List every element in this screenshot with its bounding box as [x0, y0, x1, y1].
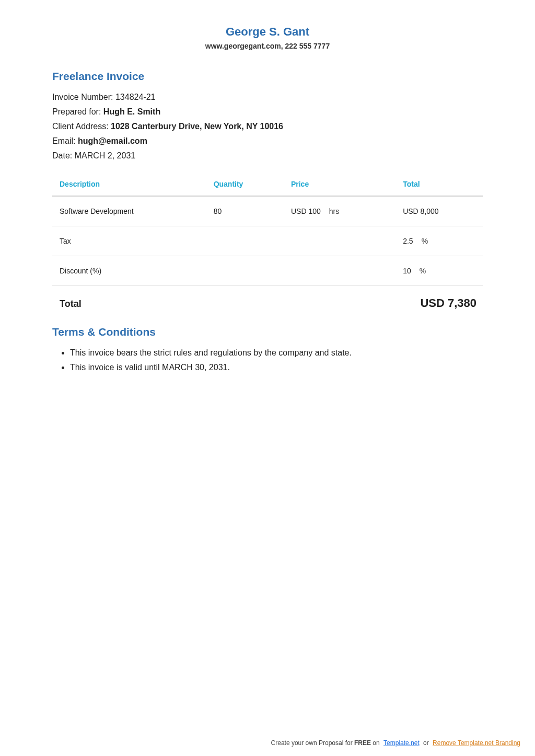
terms-section: Terms & Conditions This invoice bears th…: [52, 326, 483, 375]
client-email-line: Email: hugh@email.com: [52, 134, 483, 148]
author-contact: www.georgegant.com, 222 555 7777: [52, 42, 483, 50]
prepared-for-value: Hugh E. Smith: [103, 107, 160, 116]
invoice-info: Invoice Number: 134824-21 Prepared for: …: [52, 90, 483, 163]
terms-item: This invoice bears the strict rules and …: [70, 346, 483, 360]
prepared-for-label: Prepared for:: [52, 107, 103, 116]
client-address-label: Client Address:: [52, 122, 111, 131]
discount-value-cell: 10 %: [397, 256, 483, 286]
grand-total-label: Total: [60, 299, 82, 310]
grand-total-amount: USD 7,380: [420, 296, 476, 310]
invoice-table: Description Quantity Price Total Softwar…: [52, 173, 483, 286]
tax-unit: %: [422, 237, 428, 245]
tax-value-cell: 2.5 %: [397, 226, 483, 256]
th-price: Price: [285, 173, 397, 196]
footer-free: FREE: [354, 739, 371, 747]
cell-description: Software Development: [52, 196, 207, 226]
th-total: Total: [397, 173, 483, 196]
invoice-number-value: 134824-21: [115, 93, 156, 101]
th-description: Description: [52, 173, 207, 196]
discount-value: 10: [403, 267, 411, 275]
grand-total-row: Total USD 7,380: [52, 286, 483, 326]
cell-quantity: 80: [207, 196, 285, 226]
table-header-row: Description Quantity Price Total: [52, 173, 483, 196]
template-link[interactable]: Template.net: [383, 739, 420, 747]
author-name: George S. Gant: [52, 25, 483, 39]
client-address-value: 1028 Canterbury Drive, New York, NY 1001…: [111, 122, 283, 131]
invoice-number-label: Invoice Number:: [52, 93, 115, 101]
invoice-date-value: MARCH 2, 2031: [75, 151, 136, 160]
terms-item: This invoice is valid until MARCH 30, 20…: [70, 360, 483, 375]
client-address-line: Client Address: 1028 Canterbury Drive, N…: [52, 119, 483, 134]
terms-heading: Terms & Conditions: [52, 326, 483, 338]
cell-price: USD 100 hrs: [285, 196, 397, 226]
client-email-value: hugh@email.com: [78, 136, 147, 145]
invoice-date-label: Date:: [52, 151, 75, 160]
discount-unit: %: [420, 267, 426, 275]
table-row-item: Software Development 80 USD 100 hrs USD …: [52, 196, 483, 226]
tax-value: 2.5: [403, 237, 413, 245]
price-value: USD 100: [291, 207, 321, 215]
client-email-label: Email:: [52, 136, 78, 145]
prepared-for-line: Prepared for: Hugh E. Smith: [52, 105, 483, 119]
remove-branding-link[interactable]: Remove Template.net Branding: [433, 739, 520, 747]
footer-pre: Create your own Proposal for: [271, 739, 354, 747]
invoice-number-line: Invoice Number: 134824-21: [52, 90, 483, 105]
discount-label: Discount (%): [52, 256, 207, 286]
cell-total: USD 8,000: [397, 196, 483, 226]
invoice-heading: Freelance Invoice: [52, 70, 483, 83]
tax-label: Tax: [52, 226, 207, 256]
th-quantity: Quantity: [207, 173, 285, 196]
invoice-date-line: Date: MARCH 2, 2031: [52, 148, 483, 163]
document-header: George S. Gant www.georgegant.com, 222 5…: [52, 25, 483, 50]
footer-on: on: [371, 739, 380, 747]
footer-branding: Create your own Proposal for FREE on Tem…: [271, 739, 520, 747]
footer-or: or: [422, 739, 431, 747]
table-row-discount: Discount (%) 10 %: [52, 256, 483, 286]
table-row-tax: Tax 2.5 %: [52, 226, 483, 256]
price-unit: hrs: [329, 207, 339, 215]
